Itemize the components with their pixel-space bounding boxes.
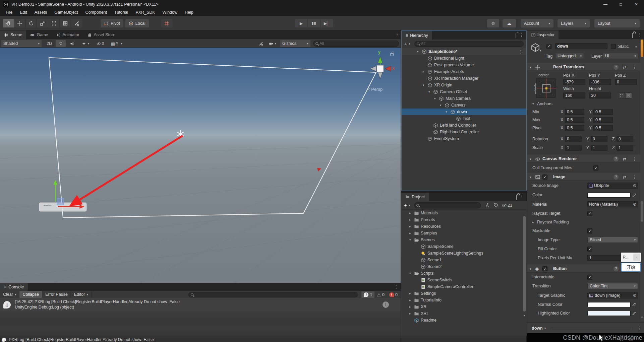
static-dropdown-caret[interactable]: ▾ <box>635 45 637 49</box>
project-item[interactable]: ▸ XRI <box>401 310 527 317</box>
project-item[interactable]: Scene2 <box>401 263 527 270</box>
hierarchy-item[interactable]: ▾ SampleScene* ⋮ <box>402 48 526 55</box>
hierarchy-item[interactable]: ▸ Example Assets ⋮ <box>402 68 526 75</box>
pos-y-field[interactable]: -336 <box>589 79 611 85</box>
rect-transform-header[interactable]: ▾ Rect Transform ? ⇄ ⋮ <box>527 63 644 71</box>
search-by-type-button[interactable] <box>485 203 490 208</box>
asset-preview-bar[interactable]: down ▾ ⋮ <box>527 323 644 333</box>
width-field[interactable]: 160 <box>563 92 585 98</box>
view-tab[interactable]: Asset Store <box>83 30 120 39</box>
project-item[interactable]: SimpleCameraController <box>401 283 527 290</box>
hidden-objects-button[interactable]: 0 <box>94 40 107 47</box>
pivot-x-field[interactable]: 0.5 <box>565 125 584 131</box>
component-menu-icon[interactable]: ⋮ <box>632 175 637 180</box>
hierarchy-item[interactable]: ▾ down ⋮ <box>402 109 526 115</box>
menu-item[interactable]: Component <box>81 10 111 15</box>
normal-color-swatch[interactable] <box>587 302 631 307</box>
custom-tools-button[interactable] <box>71 19 82 27</box>
project-item[interactable]: ▸ Presets <box>401 216 527 223</box>
target-graphic-field[interactable]: down (Image) ⊙ <box>587 292 638 298</box>
anchor-max-y-field[interactable]: 0.5 <box>593 117 613 123</box>
active-checkbox[interactable]: ✓ <box>546 44 551 49</box>
menu-item[interactable]: File <box>2 10 16 15</box>
chevron-down-icon[interactable]: ▾ <box>409 42 411 46</box>
raycast-padding-row[interactable]: ▸ Raycast Padding <box>527 218 644 226</box>
info-filter-toggle[interactable]: !1 <box>361 291 374 298</box>
project-search-input[interactable] <box>414 202 481 208</box>
tab-console[interactable]: ≡ Console <box>0 283 28 291</box>
menu-item[interactable]: Tutorial <box>111 10 132 15</box>
tab-hierarchy[interactable]: ≡ Hierarchy <box>402 31 432 40</box>
search-by-label-button[interactable] <box>493 203 499 208</box>
scene-audio-toggle[interactable] <box>67 40 77 47</box>
pause-button[interactable]: ▮▮ <box>308 19 320 27</box>
error-filter-toggle[interactable]: !0 <box>387 291 400 298</box>
project-item[interactable]: ▾ Scripts <box>401 270 527 277</box>
scale-y-field[interactable]: 1 <box>591 145 607 151</box>
scene-options-icon[interactable]: ⋮ <box>519 49 523 54</box>
menu-item[interactable]: Window <box>159 10 181 15</box>
hierarchy-item[interactable]: ▾ Main Camera ⋮ <box>402 95 526 102</box>
cloud-button[interactable]: ☁ <box>503 19 516 27</box>
scale-tool-button[interactable] <box>37 19 48 27</box>
layer-dropdown[interactable]: UI▾ <box>603 53 638 59</box>
project-item[interactable]: ▸ TutorialInfo <box>401 297 527 303</box>
image-enabled-checkbox[interactable]: ✓ <box>542 175 547 180</box>
help-icon[interactable]: ? <box>613 266 619 271</box>
collapse-button[interactable]: Collapse <box>19 291 42 298</box>
transform-tool-button[interactable] <box>60 19 71 27</box>
clear-button[interactable]: Clear▾ <box>0 291 19 298</box>
tab-project[interactable]: Project <box>401 193 429 201</box>
layers-dropdown[interactable]: Layers▾ <box>558 19 590 27</box>
ime-commit-button[interactable]: 开始 <box>621 263 641 272</box>
scale-z-field[interactable]: 1 <box>617 145 633 151</box>
rotate-tool-button[interactable] <box>25 19 37 27</box>
scale-x-field[interactable]: 1 <box>565 145 582 151</box>
anchor-max-x-field[interactable]: 0.5 <box>565 117 584 123</box>
view-tab[interactable]: Game <box>26 30 52 39</box>
material-field[interactable]: None (Material) ⊙ <box>587 201 638 207</box>
pivot-toggle[interactable]: Pivot <box>101 19 123 27</box>
effects-dropdown[interactable]: ▾ <box>78 40 93 47</box>
hidden-packages-button[interactable]: 21 <box>502 203 512 208</box>
lock-icon[interactable] <box>516 195 517 200</box>
gizmo-y-label[interactable]: y <box>378 50 380 55</box>
console-log-entry[interactable]: ! [16:25:42] PXRLog [Build Check]Registe… <box>0 298 401 312</box>
view-tab[interactable]: Animator <box>52 30 83 39</box>
create-asset-button[interactable]: + <box>404 202 407 208</box>
chevron-down-icon[interactable]: ▾ <box>409 204 410 207</box>
project-item[interactable]: SceneSwitch <box>401 277 527 283</box>
rotation-z-field[interactable]: 0 <box>617 136 633 142</box>
tag-dropdown[interactable]: Untagged▾ <box>555 53 584 59</box>
project-item[interactable]: ▸ Materials <box>401 210 527 216</box>
rotation-y-field[interactable]: 0 <box>591 136 607 142</box>
canvas-renderer-header[interactable]: ▾ Canvas Renderer ? ⇄ ⋮ <box>527 155 644 163</box>
menu-item[interactable]: Edit <box>16 10 31 15</box>
cull-transparent-checkbox[interactable]: ✓ <box>593 165 598 170</box>
scene-viewport[interactable]: y x < Persp Button <box>0 48 401 283</box>
rotation-x-field[interactable]: 0 <box>565 136 582 142</box>
project-item[interactable]: ▸ XR <box>401 303 527 310</box>
maskable-checkbox[interactable]: ✓ <box>587 228 592 233</box>
hierarchy-item[interactable]: EventSystem ⋮ <box>402 135 526 142</box>
console-search-input[interactable] <box>188 292 358 297</box>
object-picker-icon[interactable]: ⊙ <box>633 183 636 188</box>
move-tool-button[interactable] <box>14 19 25 27</box>
rect-tool-button[interactable] <box>48 19 60 27</box>
project-item[interactable]: ▾ Scenes <box>401 236 527 243</box>
shading-mode-dropdown[interactable]: Shaded▾ <box>1 40 42 47</box>
eyedropper-icon[interactable] <box>631 310 638 316</box>
menu-item[interactable]: Assets <box>31 10 51 15</box>
scene-tools-button[interactable] <box>256 40 266 47</box>
scrollbar-down-arrow[interactable]: ▼ <box>523 314 526 317</box>
close-button[interactable]: ✕ <box>629 0 644 9</box>
hierarchy-item[interactable]: Directional Light ⋮ <box>402 55 526 62</box>
account-dropdown[interactable]: Account▾ <box>521 19 553 27</box>
transition-dropdown[interactable]: Color Tint▾ <box>587 283 638 289</box>
height-field[interactable]: 30 <box>589 92 611 98</box>
menu-item[interactable]: Help <box>181 10 197 15</box>
hierarchy-item[interactable]: XR Interaction Manager ⋮ <box>402 75 526 82</box>
orientation-gizmo[interactable] <box>370 57 391 79</box>
scene-search-input[interactable] <box>313 41 399 47</box>
hierarchy-search-input[interactable] <box>414 41 524 47</box>
